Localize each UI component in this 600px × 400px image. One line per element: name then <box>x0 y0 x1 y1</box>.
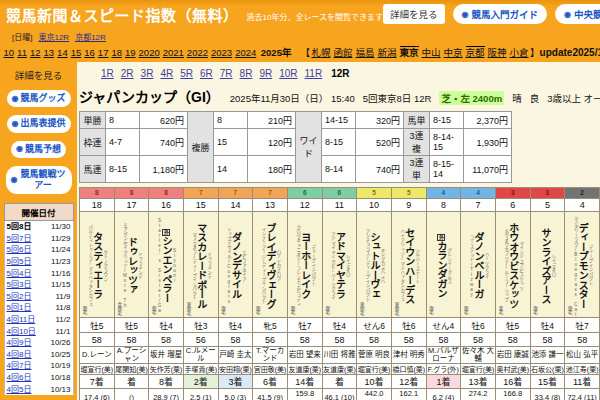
beginner-guide-button[interactable]: ◉競馬入門ガイド <box>453 4 548 24</box>
year-link[interactable]: 14 <box>57 47 68 58</box>
horse-name-cell: ドゥラメンテドゥレッツァモアザンセイクリッド/More Th青鹿毛 <box>114 212 149 318</box>
race-tab[interactable]: 6R <box>200 68 213 79</box>
horse-name-block: レイデオロサンライズアース <box>540 212 555 317</box>
year-link[interactable]: 10 <box>4 47 15 58</box>
schedule-link[interactable]: 5回4日 <box>7 269 32 278</box>
venue-list: 【札幌函館福島新潟東京中山中京京都阪神小倉】 <box>300 45 539 59</box>
payout-sel-wide-3: 8-14 <box>322 156 356 183</box>
odds-popularity-cell: 166.8 (14) <box>495 388 530 400</box>
sidebar-button-label: 競馬観戦ツアー <box>19 169 66 192</box>
dam-name: パルティトゥーラ/マンハッタンカフェ <box>87 214 92 317</box>
year-link[interactable]: 2024 <box>235 47 256 58</box>
sex-age-cell: 牡6 <box>461 318 496 333</box>
circle-arrow-icon: ◉ <box>564 10 571 19</box>
race-tab[interactable]: 4R <box>160 68 173 79</box>
race-tab[interactable]: 3R <box>141 68 154 79</box>
venue-link[interactable]: 新潟 <box>377 47 396 58</box>
sidebar-button[interactable]: ◉競馬予想 <box>11 141 66 158</box>
horse-name: セイウンハーデス <box>404 214 414 317</box>
year-link[interactable]: 18 <box>111 47 122 58</box>
horse-name-cell: Siyouni外シンエンペラーStarlet's Sister/Ga鹿毛 <box>149 212 184 318</box>
year-link[interactable]: 16 <box>84 47 95 58</box>
sidebar-button[interactable]: ◉出馬表提供 <box>7 115 71 132</box>
schedule-link[interactable]: 4回5日 <box>7 385 32 394</box>
horse-number-cell: 17 <box>114 199 149 212</box>
year-link[interactable]: 12 <box>30 47 41 58</box>
odds-popularity-cell: 442.0 (17) <box>357 388 392 400</box>
payout-sel-bracket: 4-7 <box>106 129 140 156</box>
schedule-link[interactable]: 4回8日 <box>7 350 32 359</box>
schedule-date: 11/1 <box>56 327 71 337</box>
race-tab[interactable]: 11R <box>305 68 323 79</box>
schedule-link[interactable]: 5回3日 <box>7 280 32 289</box>
venue-link[interactable]: 福島 <box>355 47 374 58</box>
sidebar-button[interactable]: ◉競馬観戦ツアー <box>6 166 72 195</box>
schedule-link[interactable]: 4回6日 <box>7 373 32 382</box>
horse-name-cell: レイデオロサンライズアース鹿毛 <box>530 212 565 318</box>
year-link[interactable]: 2021 <box>163 47 184 58</box>
schedule-link[interactable]: 4回9日 <box>7 338 32 347</box>
venue-link[interactable]: 京都 <box>466 46 485 58</box>
bracket-number-cell: 7 <box>253 188 288 199</box>
trainer-name-cell: 石坂公(栗) <box>530 363 565 374</box>
venue-link[interactable]: 函館 <box>333 47 352 58</box>
schedule-link[interactable]: 5回6日 <box>7 245 32 254</box>
dam-name: ハイアリッジ/マンハッタンカフェ <box>399 214 404 317</box>
venue-link[interactable]: 阪神 <box>488 47 507 58</box>
race-tab[interactable]: 10R <box>279 68 297 79</box>
sex-age-cell: 牝5 <box>253 318 288 333</box>
year-link[interactable]: 15 <box>71 47 82 58</box>
payout-label-wide: ワイド <box>296 112 322 183</box>
race-tab[interactable]: 1R <box>101 68 114 79</box>
venue-link[interactable]: 東京 <box>400 46 419 58</box>
schedule-link[interactable]: 5回5日 <box>7 257 32 266</box>
horse-table-row: 堀宣行(美)尾関知(美)矢作芳(栗)手塚貴(美)安田翔(栗)宮田敬(美)友道康(… <box>80 363 600 374</box>
sidebar-button[interactable]: ◉競馬グッズ <box>7 90 71 107</box>
horse-name-cell: レイデオロアドマイヤテラアドマイヤミヤビ/ハーツクライ鹿毛 <box>322 212 357 318</box>
year-link[interactable]: 17 <box>98 47 109 58</box>
venue-link[interactable]: 小倉 <box>510 47 529 58</box>
schedule-date: 11/29 <box>51 234 70 244</box>
year-link[interactable]: 19 <box>125 47 136 58</box>
year-link[interactable]: 2020 <box>139 47 160 58</box>
odds-popularity-cell: () <box>114 388 149 400</box>
race-tab[interactable]: 7R <box>220 68 233 79</box>
sex-age-cell: 牡4 <box>530 318 565 333</box>
trainer-name-cell: 堀宣行(美) <box>80 363 115 374</box>
schedule-row: 5回2日11/9 <box>4 291 73 303</box>
race-meeting: 5回東京8日 12R <box>363 91 432 105</box>
schedule-cell: 4回7日10/19 <box>4 360 73 372</box>
header-detail-button[interactable]: 詳細を見る <box>383 4 445 24</box>
schedule-link[interactable]: 4回7日 <box>7 361 32 370</box>
day-race-link[interactable]: 京都12R <box>75 33 106 42</box>
race-tab[interactable]: 2R <box>121 68 134 79</box>
schedule-link[interactable]: 5回2日 <box>7 292 32 301</box>
schedule-date: 11/30 <box>51 222 70 232</box>
schedule-link[interactable]: 4回10日 <box>7 327 36 336</box>
race-tab[interactable]: 5R <box>180 68 193 79</box>
coat-color: 鹿毛 <box>428 306 434 315</box>
venue-link[interactable]: 中京 <box>444 47 463 58</box>
day-race-link[interactable]: 東京12R <box>38 33 69 42</box>
year-link[interactable]: 2023 <box>211 47 232 58</box>
payout-label-trifecta: 3連単 <box>404 156 430 183</box>
schedule-date: 11/2 <box>56 315 71 325</box>
schedule-link[interactable]: 5回1日 <box>7 303 32 312</box>
horse-name-block: サトノクラウンタスティエーラパルティトゥーラ/マンハッタンカフェ <box>87 212 107 317</box>
year-link[interactable]: 11 <box>17 47 27 58</box>
horse-name-block: エピファネイアダノンデサイルトップデサイル/Congrats <box>225 212 245 317</box>
sidebar-detail-link[interactable]: 詳細を見る <box>0 68 77 82</box>
venue-link[interactable]: 中山 <box>422 47 441 58</box>
year-link[interactable]: 13 <box>44 47 55 58</box>
header-buttons: 詳細を見る ◉競馬入門ガイド ◉中央競馬情報 <box>383 4 600 24</box>
schedule-link[interactable]: 4回11日 <box>7 315 36 324</box>
race-tab[interactable]: 9R <box>259 68 272 79</box>
jra-info-button[interactable]: ◉中央競馬情報 <box>555 4 600 24</box>
year-link[interactable]: 2022 <box>187 47 208 58</box>
race-tab[interactable]: 8R <box>240 68 253 79</box>
schedule-link[interactable]: 5回7日 <box>7 234 32 243</box>
schedule-cell: 4回6日10/18 <box>4 372 73 384</box>
schedule-row: 5回7日11/29 <box>4 233 73 245</box>
coat-color: 黒鹿毛 <box>185 302 191 316</box>
venue-link[interactable]: 札幌 <box>311 47 330 58</box>
